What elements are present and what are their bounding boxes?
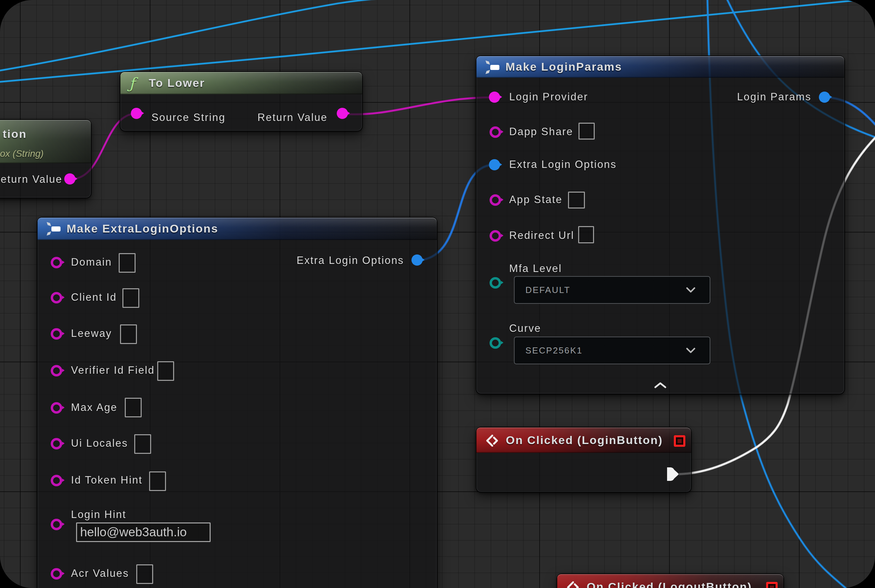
event-icon bbox=[486, 434, 499, 448]
value-box-client-id[interactable] bbox=[122, 288, 139, 308]
pin-label-redirect-url: Redirect Url bbox=[509, 230, 574, 242]
pin-label-client-id: Client Id bbox=[71, 291, 117, 303]
collapse-chevron-icon[interactable] bbox=[654, 381, 667, 389]
node-title: On Clicked (LoginButton) bbox=[506, 434, 663, 447]
pin-label-login-provider: Login Provider bbox=[509, 91, 588, 103]
pin-label-leeway: Leeway bbox=[71, 327, 112, 340]
pin-label-extra-login-options-out: Extra Login Options bbox=[296, 255, 404, 267]
pin-label-mfa-level: Mfa Level bbox=[509, 262, 562, 275]
pin-label-ui-locales: Ui Locales bbox=[71, 437, 128, 450]
wire-string-2[interactable] bbox=[343, 98, 494, 114]
pin-dapp-share[interactable] bbox=[490, 126, 501, 138]
pin-source-string[interactable] bbox=[131, 108, 142, 119]
pin-label-login-params-out: Login Params bbox=[737, 91, 812, 103]
pin-label-app-state: App State bbox=[509, 194, 562, 206]
node-title: Make ExtraLoginOptions bbox=[67, 222, 218, 235]
value-box-ui-locales[interactable] bbox=[134, 434, 151, 454]
make-struct-icon bbox=[484, 60, 500, 76]
exec-pin-out[interactable] bbox=[666, 466, 680, 482]
value-box-verifier-id-field[interactable] bbox=[157, 361, 174, 381]
mfa-level-dropdown[interactable]: DEFAULT bbox=[514, 276, 710, 304]
mfa-level-value: DEFAULT bbox=[525, 285, 570, 296]
pin-extra-login-options[interactable] bbox=[489, 159, 500, 170]
pin-extra-login-options-out[interactable] bbox=[412, 255, 422, 266]
chevron-down-icon bbox=[686, 287, 696, 293]
node-title: Make LoginParams bbox=[505, 60, 622, 74]
node-make-extra-login-options[interactable]: Make ExtraLoginOptions Domain Client Id … bbox=[38, 218, 437, 588]
event-icon bbox=[567, 581, 580, 588]
pin-label-id-token-hint: Id Token Hint bbox=[71, 474, 143, 486]
node-make-login-params[interactable]: Make LoginParams Login Provider Dapp Sha… bbox=[477, 56, 844, 394]
pin-max-age[interactable] bbox=[51, 402, 62, 414]
chevron-down-icon bbox=[686, 347, 696, 354]
pin-verifier-id-field[interactable] bbox=[51, 365, 62, 376]
pin-label-return-value: eturn Value bbox=[1, 173, 63, 186]
value-box-app-state[interactable] bbox=[568, 192, 585, 208]
value-box-id-token-hint[interactable] bbox=[149, 471, 166, 491]
pin-leeway[interactable] bbox=[51, 328, 62, 340]
node-to-lower[interactable]: ƒ To Lower Source String Return Value bbox=[120, 72, 362, 131]
value-box-domain[interactable] bbox=[119, 253, 135, 273]
pin-label-acr-values: Acr Values bbox=[71, 567, 129, 579]
pin-label-max-age: Max Age bbox=[71, 402, 117, 414]
value-box-leeway[interactable] bbox=[120, 324, 137, 344]
pin-label-verifier-id-field: Verifier Id Field bbox=[71, 364, 155, 376]
pin-label-domain: Domain bbox=[71, 256, 112, 268]
pin-domain[interactable] bbox=[51, 257, 62, 268]
pin-label-dapp-share: Dapp Share bbox=[509, 126, 573, 138]
pin-curve[interactable] bbox=[490, 337, 501, 349]
node-title: On Clicked (LogoutButton) bbox=[586, 580, 752, 588]
delegate-pin[interactable] bbox=[674, 435, 685, 447]
node-on-clicked-login-button[interactable]: On Clicked (LoginButton) bbox=[477, 428, 691, 492]
pin-return-value[interactable] bbox=[337, 108, 348, 119]
pin-login-provider[interactable] bbox=[489, 92, 500, 103]
pin-ui-locales[interactable] bbox=[51, 438, 62, 450]
node-get-selected-option[interactable]: tion ox (String) eturn Value bbox=[0, 120, 91, 198]
pin-mfa-level[interactable] bbox=[490, 277, 501, 289]
blueprint-graph-canvas[interactable]: tion ox (String) eturn Value ƒ To Lower … bbox=[0, 0, 875, 588]
pin-return-value[interactable] bbox=[64, 173, 75, 184]
curve-value: SECP256K1 bbox=[525, 345, 583, 356]
pin-label-source-string: Source String bbox=[152, 111, 226, 124]
node-title: To Lower bbox=[149, 76, 205, 90]
node-title-fragment: tion bbox=[3, 128, 27, 141]
pin-label-return-value: Return Value bbox=[258, 111, 328, 124]
curve-dropdown[interactable]: SECP256K1 bbox=[514, 337, 710, 364]
value-box-max-age[interactable] bbox=[125, 398, 142, 417]
pin-app-state[interactable] bbox=[490, 194, 501, 206]
pin-login-params-out[interactable] bbox=[819, 92, 830, 103]
pin-redirect-url[interactable] bbox=[490, 230, 501, 242]
function-icon: ƒ bbox=[129, 75, 135, 92]
value-box-dapp-share[interactable] bbox=[579, 123, 595, 140]
pin-label-curve: Curve bbox=[509, 322, 541, 334]
login-hint-input[interactable]: hello@web3auth.io bbox=[76, 522, 210, 542]
pin-id-token-hint[interactable] bbox=[51, 475, 62, 486]
pin-label-login-hint: Login Hint bbox=[71, 508, 126, 521]
value-box-acr-values[interactable] bbox=[136, 564, 153, 584]
pin-label-extra-login-options: Extra Login Options bbox=[509, 159, 617, 171]
node-on-clicked-logout-button[interactable]: On Clicked (LogoutButton) bbox=[557, 574, 783, 588]
pin-client-id[interactable] bbox=[51, 292, 62, 303]
pin-login-hint[interactable] bbox=[51, 519, 62, 530]
make-struct-icon bbox=[45, 221, 61, 237]
node-subtitle-fragment: ox (String) bbox=[0, 148, 44, 159]
value-box-redirect-url[interactable] bbox=[578, 226, 594, 243]
pin-acr-values[interactable] bbox=[51, 568, 62, 579]
delegate-pin[interactable] bbox=[766, 582, 777, 588]
